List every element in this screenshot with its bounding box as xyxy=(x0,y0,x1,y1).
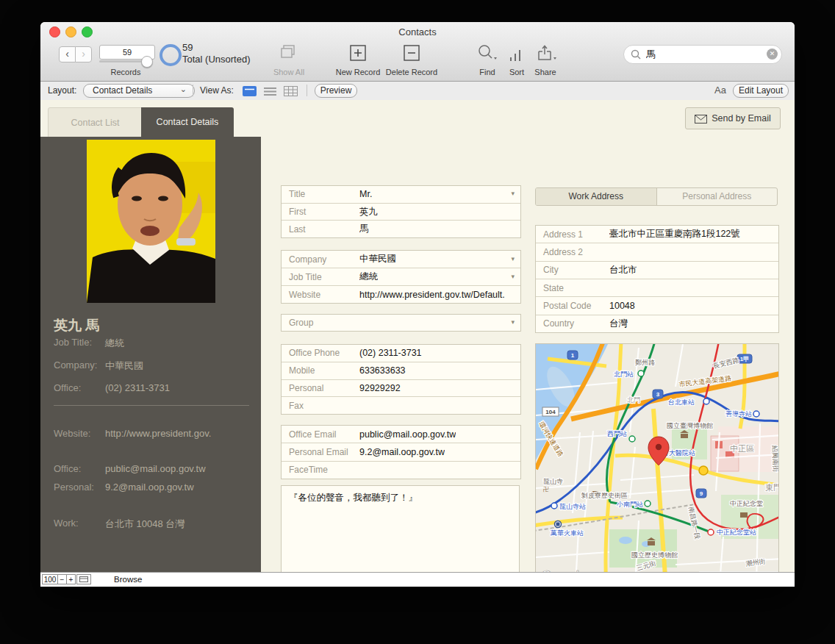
field-label: Address 1 xyxy=(536,229,609,240)
toggle-status-toolbar-icon[interactable] xyxy=(76,574,91,584)
sidebar-field-label: Office: xyxy=(54,463,81,474)
field-value: 633633633 xyxy=(359,365,406,376)
field-label: Group xyxy=(282,318,359,328)
contact-photo[interactable] xyxy=(87,140,215,303)
sidebar-field-value: public@mail.oop.gov.tw xyxy=(105,463,206,474)
field-company[interactable]: Company中華民國▾ xyxy=(282,251,520,268)
sidebar-field-label: Personal: xyxy=(54,482,94,493)
group-field: Group▾ xyxy=(281,314,521,332)
sidebar-field-label: Office: xyxy=(54,382,81,393)
sort-label[interactable]: Sort xyxy=(503,68,530,76)
new-record-label[interactable]: New Record xyxy=(333,68,383,76)
notes-field[interactable]: 『各位的聲音，我都聽到了！』 xyxy=(281,485,520,581)
svg-text:剝皮寮歷史街區: 剝皮寮歷史街區 xyxy=(581,492,628,499)
find-label[interactable]: Find xyxy=(474,68,501,76)
svg-text:西門站: 西門站 xyxy=(607,430,627,437)
phone-field-group: Office Phone(02) 2311-3731 Mobile6336336… xyxy=(281,344,521,415)
text-format-icon[interactable]: Aa xyxy=(714,85,726,96)
field-mobile[interactable]: Mobile633633633 xyxy=(282,362,520,380)
sidebar-field-label: Work: xyxy=(54,518,79,529)
layout-bar: Layout: Contact Details ⌄ View As: Previ… xyxy=(40,82,795,101)
field-address2[interactable]: Address 2 xyxy=(536,243,778,261)
clear-search-icon[interactable]: ✕ xyxy=(767,49,778,60)
field-label: Last xyxy=(282,224,359,235)
mode-label[interactable]: Browse xyxy=(114,575,142,584)
svg-text:台北車站: 台北車站 xyxy=(668,398,695,406)
total-sort-state: Total (Unsorted) xyxy=(182,54,250,65)
svg-text:小南門站: 小南門站 xyxy=(616,501,643,508)
field-office-phone[interactable]: Office Phone(02) 2311-3731 xyxy=(282,345,520,362)
previous-record-button[interactable]: ‹ xyxy=(59,46,76,62)
field-title[interactable]: TitleMr.▾ xyxy=(282,186,520,204)
field-office-email[interactable]: Office Emailpublic@mail.oop.gov.tw xyxy=(282,426,520,443)
field-country[interactable]: Country台灣 xyxy=(536,315,778,332)
delete-record-label[interactable]: Delete Record xyxy=(384,68,440,76)
search-input[interactable] xyxy=(645,48,758,60)
svg-text:龍山寺: 龍山寺 xyxy=(543,478,563,485)
field-facetime[interactable]: FaceTime xyxy=(282,462,520,479)
delete-record-icon[interactable] xyxy=(403,44,420,65)
svg-text:3: 3 xyxy=(656,391,660,398)
svg-text:善導寺站: 善導寺站 xyxy=(725,410,752,418)
field-label: Office Phone xyxy=(282,348,359,358)
field-value: 9.2@mail.oop.gov.tw xyxy=(359,447,445,457)
next-record-button[interactable]: › xyxy=(75,46,92,62)
field-website[interactable]: Websitehttp://www.president.gov.tw/Defau… xyxy=(282,286,520,303)
view-form-icon[interactable] xyxy=(243,86,257,99)
svg-text:北門: 北門 xyxy=(627,396,640,404)
tab-personal-address[interactable]: Personal Address xyxy=(657,188,778,205)
map[interactable]: 卍 1 1甲 3 104 9 xyxy=(535,343,779,584)
field-job-title[interactable]: Job Title總統▾ xyxy=(282,268,520,286)
screen: Contacts ‹ › Records 59 Total (Unsorted)… xyxy=(0,0,835,644)
sidebar-field-value: http://www.president.gov. xyxy=(105,428,211,439)
share-label[interactable]: Share xyxy=(531,68,560,76)
tab-contact-list[interactable]: Contact List xyxy=(48,107,143,138)
field-last[interactable]: Last馬 xyxy=(282,221,520,237)
field-fax[interactable]: Fax xyxy=(282,397,520,414)
field-postal-code[interactable]: Postal Code10048 xyxy=(536,297,778,315)
view-list-icon[interactable] xyxy=(263,86,277,99)
view-table-icon[interactable] xyxy=(284,86,298,99)
svg-text:9: 9 xyxy=(700,490,703,497)
field-value: 92929292 xyxy=(359,383,401,393)
find-icon[interactable] xyxy=(477,44,498,65)
field-city[interactable]: City台北市 xyxy=(536,262,778,279)
sidebar-clipped-row: Office: (02) 2311-3731 xyxy=(40,335,261,403)
address-field-group: Address 1臺北市中正區重慶南路1段122號 Address 2 City… xyxy=(535,225,779,333)
search-field[interactable]: ✕ xyxy=(623,45,782,64)
field-value: 總統 xyxy=(359,271,378,283)
tab-contact-details[interactable]: Contact Details xyxy=(141,107,234,137)
dropdown-arrow-icon[interactable]: ▾ xyxy=(511,190,515,198)
toolbar: Contacts ‹ › Records 59 Total (Unsorted)… xyxy=(40,22,795,82)
record-slider-knob[interactable] xyxy=(141,56,153,68)
sort-icon[interactable] xyxy=(509,49,525,65)
edit-layout-button[interactable]: Edit Layout xyxy=(733,84,789,98)
zoom-in-button[interactable]: + xyxy=(66,574,76,584)
field-personal-phone[interactable]: Personal92929292 xyxy=(282,380,520,398)
dropdown-arrow-icon[interactable]: ▾ xyxy=(511,255,515,262)
dropdown-arrow-icon[interactable]: ▾ xyxy=(511,273,515,280)
send-by-email-button[interactable]: Send by Email xyxy=(685,107,781,129)
zoom-level[interactable]: 100 xyxy=(42,574,58,584)
show-all-icon[interactable] xyxy=(280,44,298,63)
field-value: Mr. xyxy=(359,189,372,199)
dropdown-arrow-icon[interactable]: ▾ xyxy=(511,318,515,326)
share-icon[interactable] xyxy=(536,44,558,65)
field-address1[interactable]: Address 1臺北市中正區重慶南路1段122號 xyxy=(536,226,778,243)
layout-selector-dropdown[interactable]: Contact Details ⌄ xyxy=(83,84,195,98)
field-personal-email[interactable]: Personal Email9.2@mail.oop.gov.tw xyxy=(282,443,520,461)
preview-button[interactable]: Preview xyxy=(315,84,357,98)
status-bar: 100 − + Browse xyxy=(40,572,795,587)
field-value: (02) 2311-3731 xyxy=(359,348,422,358)
new-record-icon[interactable] xyxy=(349,44,367,65)
field-label: Fax xyxy=(282,401,359,411)
field-first[interactable]: First英九 xyxy=(282,204,520,221)
field-state[interactable]: State xyxy=(536,279,778,297)
field-group[interactable]: Group▾ xyxy=(282,315,520,331)
show-all-label[interactable]: Show All xyxy=(267,68,311,76)
chevron-right-icon: › xyxy=(82,48,85,60)
divider xyxy=(307,85,307,96)
field-value: 中華民國 xyxy=(359,253,396,265)
found-set-pie-icon[interactable] xyxy=(160,44,182,66)
tab-work-address[interactable]: Work Address xyxy=(536,188,657,205)
